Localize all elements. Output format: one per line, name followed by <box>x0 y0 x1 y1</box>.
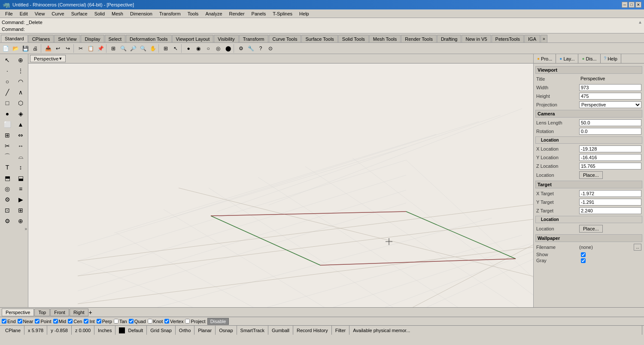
save-icon[interactable]: 💾 <box>21 44 30 53</box>
snap-int[interactable]: Int <box>84 319 94 324</box>
redo-icon[interactable]: ↪ <box>63 44 73 53</box>
menu-tools[interactable]: Tools <box>184 10 202 17</box>
tool2-icon[interactable]: 🔧 <box>246 44 255 53</box>
tool1-icon[interactable]: ⚙ <box>236 44 246 53</box>
tab-new-v5[interactable]: New in V5 <box>462 35 491 42</box>
copy-icon[interactable]: 📋 <box>86 44 95 53</box>
sphere-tool[interactable]: ● <box>1 109 14 119</box>
render-quick-tool[interactable]: ▶ <box>14 194 27 205</box>
rotation-input[interactable] <box>579 128 641 135</box>
toolbar-more[interactable]: » <box>24 227 27 231</box>
select-tool[interactable]: ↖ <box>1 55 14 65</box>
tab-select[interactable]: Select <box>105 35 126 42</box>
panel-tab-properties[interactable]: ● Pro... <box>534 54 556 63</box>
tab-cplanes[interactable]: CPlanes <box>28 35 54 42</box>
mirror-tool[interactable]: ⇔ <box>14 130 27 140</box>
layout-tool[interactable]: ⊞ <box>14 205 27 215</box>
width-input[interactable] <box>579 84 641 91</box>
snap-tool[interactable]: ◎ <box>1 184 14 194</box>
arc-tool[interactable]: ◠ <box>14 76 27 87</box>
snap-end[interactable]: End <box>2 319 16 324</box>
filename-browse-button[interactable]: ... <box>634 244 641 251</box>
grid-snap-button[interactable]: Grid Snap <box>147 326 176 335</box>
gumball-button[interactable]: Gumball <box>268 326 293 335</box>
snap-quad[interactable]: Quad <box>129 319 146 324</box>
planar-button[interactable]: Planar <box>194 326 216 335</box>
panel-tab-layers[interactable]: ● Lay... <box>556 54 578 63</box>
tab-visibility[interactable]: Visibility <box>214 35 239 42</box>
vp-tab-right[interactable]: Right <box>70 309 88 316</box>
fillet-tool[interactable]: ⌒ <box>1 151 14 162</box>
extend-tool[interactable]: ↔ <box>14 141 27 151</box>
rect-tool[interactable]: □ <box>1 98 14 108</box>
record-history-button[interactable]: Record History <box>293 326 332 335</box>
render5-icon[interactable]: ⬤ <box>223 44 233 53</box>
panel-tab-display[interactable]: ● Dis... <box>578 54 600 63</box>
chamfer-tool[interactable]: ⌓ <box>14 151 27 162</box>
snap-disable-button[interactable]: Disable <box>207 318 229 325</box>
gray-checkbox[interactable] <box>581 258 586 263</box>
tab-set-view[interactable]: Set View <box>54 35 80 42</box>
menu-curve[interactable]: Curve <box>48 10 67 17</box>
box-tool[interactable]: ⬜ <box>1 119 14 130</box>
menu-edit[interactable]: Edit <box>16 10 31 17</box>
grid-icon[interactable]: ⊞ <box>161 44 170 53</box>
snap-project[interactable]: Project <box>185 319 205 324</box>
new-icon[interactable]: 📄 <box>1 44 10 53</box>
zoom-out-icon[interactable]: 🔍 <box>138 44 148 53</box>
dim-tool[interactable]: ↕ <box>14 162 27 172</box>
viewport-tab-button[interactable]: Perspective ▾ <box>30 55 66 62</box>
print-icon[interactable]: 🖨 <box>30 44 40 53</box>
open-icon[interactable]: 📂 <box>11 44 20 53</box>
line-tool[interactable]: ╱ <box>1 87 14 97</box>
point-tool[interactable]: · <box>1 66 14 76</box>
tab-render-tools[interactable]: Render Tools <box>401 35 437 42</box>
ortho-button[interactable]: Ortho <box>176 326 195 335</box>
menu-solid[interactable]: Solid <box>91 10 108 17</box>
vp-tab-perspective[interactable]: Perspective <box>2 309 34 316</box>
zoom-in-icon[interactable]: 🔎 <box>128 44 138 53</box>
menu-panels[interactable]: Panels <box>248 10 270 17</box>
polygon-tool[interactable]: ⬡ <box>14 98 27 108</box>
close-button[interactable]: ✕ <box>635 2 641 8</box>
snap-cen[interactable]: Cen <box>68 319 82 324</box>
polyline-tool[interactable]: ∧ <box>14 87 27 97</box>
panel-tab-help[interactable]: ? Help <box>601 54 621 63</box>
tab-solid-tools[interactable]: Solid Tools <box>338 35 369 42</box>
tool3-icon[interactable]: ? <box>256 44 265 53</box>
menu-render[interactable]: Render <box>226 10 248 17</box>
show-checkbox[interactable] <box>581 252 586 257</box>
tab-surface-tools[interactable]: Surface Tools <box>301 35 337 42</box>
z-location-input[interactable] <box>579 163 641 169</box>
y-target-input[interactable] <box>579 199 641 206</box>
snap-vertex[interactable]: Vertex <box>164 319 183 324</box>
snap-knot[interactable]: Knot <box>148 319 163 324</box>
tab-display[interactable]: Display <box>81 35 104 42</box>
add-viewport-button[interactable]: + <box>89 309 92 316</box>
viewport-canvas[interactable]: Z y X <box>28 64 533 307</box>
misc-tool2[interactable]: ⊕ <box>14 216 27 226</box>
layer-tool[interactable]: ≡ <box>14 184 27 194</box>
z-target-input[interactable] <box>579 207 641 214</box>
zoom-window-icon[interactable]: 🔍 <box>118 44 128 53</box>
menu-file[interactable]: File <box>2 10 16 17</box>
x-target-input[interactable] <box>579 190 641 197</box>
restore-button[interactable]: □ <box>629 2 635 8</box>
tab-mesh-tools[interactable]: Mesh Tools <box>369 35 401 42</box>
snap-near[interactable]: Near <box>18 319 33 324</box>
block-tool[interactable]: ⬓ <box>14 173 27 183</box>
render3-icon[interactable]: ○ <box>204 44 213 53</box>
osnap-button[interactable]: Osnap <box>216 326 237 335</box>
view-tools[interactable]: ⊡ <box>1 205 14 215</box>
menu-tsplines[interactable]: T-Splines <box>269 10 296 17</box>
trim-tool[interactable]: ✂ <box>1 141 14 151</box>
render1-icon[interactable]: ● <box>184 44 193 53</box>
command-line-2[interactable]: Command: <box>2 26 642 33</box>
snap-perp[interactable]: Perp <box>97 319 112 324</box>
paste-icon[interactable]: 📌 <box>96 44 105 53</box>
vp-tab-top[interactable]: Top <box>34 309 50 316</box>
filter-button[interactable]: Filter <box>332 326 349 335</box>
window-controls[interactable]: ─ □ ✕ <box>622 2 641 8</box>
menu-analyze[interactable]: Analyze <box>202 10 225 17</box>
cut-icon[interactable]: ✂ <box>76 44 85 53</box>
